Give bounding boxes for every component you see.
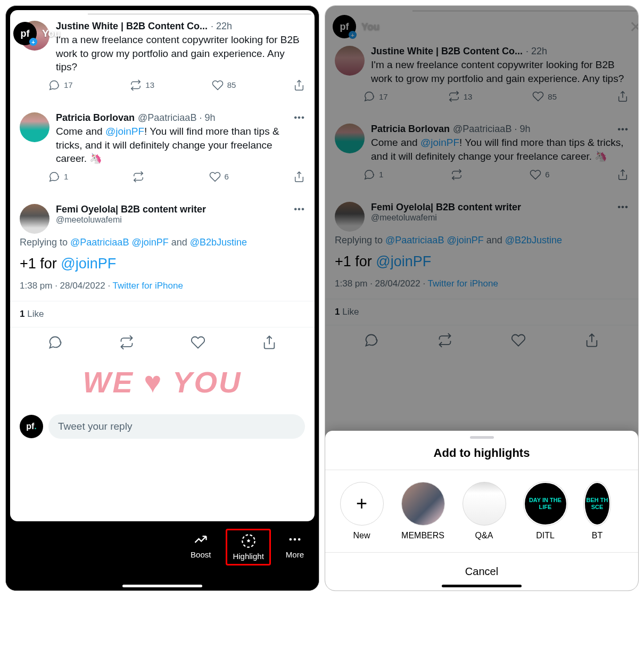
story-avatar[interactable]: pf + — [13, 22, 37, 45]
add-story-badge[interactable]: + — [29, 38, 37, 46]
retweet-icon[interactable] — [133, 171, 144, 183]
tweet-3-text: +1 for @joinPF — [10, 248, 315, 277]
avatar — [20, 204, 49, 234]
tweet-1-actions: 17 13 85 — [10, 74, 315, 102]
share-icon[interactable] — [293, 79, 305, 91]
home-indicator[interactable] — [442, 585, 522, 587]
svg-point-2 — [294, 538, 296, 541]
phone-left-story-view: pf + You ✕ Justine White | B2B Content C… — [5, 5, 319, 591]
like-icon[interactable] — [191, 335, 205, 352]
highlights-row[interactable]: + New MEMBERS Q&A DAY IN THE LIFE DITL B… — [325, 470, 638, 552]
sticker-text: WE ♥ YOU — [10, 362, 315, 410]
story-progress-bar — [13, 13, 311, 15]
highlight-qa[interactable]: Q&A — [461, 482, 507, 540]
more-icon[interactable]: ••• — [294, 112, 305, 123]
tweet-3-header: Femi Oyelola| B2B content writer ••• @me… — [10, 193, 315, 234]
tweet-like-count[interactable]: 1 Like — [10, 301, 315, 327]
highlight-new[interactable]: + New — [339, 482, 384, 540]
highlight-bt[interactable]: BEH TH SCE BT — [584, 482, 610, 540]
boost-button[interactable]: Boost — [185, 529, 216, 562]
like-icon[interactable]: 6 — [209, 171, 229, 183]
more-button[interactable]: More — [280, 529, 309, 562]
sheet-title: Add to highlights — [325, 446, 638, 470]
story-media[interactable]: Justine White | B2B Content Co... · 22h … — [10, 10, 315, 521]
tweet-handle: @meetoluwafemi — [56, 215, 305, 225]
highlights-sheet: Add to highlights + New MEMBERS Q&A DAY … — [325, 431, 638, 591]
like-icon[interactable]: 85 — [212, 79, 236, 91]
home-indicator[interactable] — [122, 585, 202, 587]
sheet-grabber[interactable] — [470, 436, 494, 439]
story-header: pf + You ✕ — [13, 22, 311, 45]
tweet-3-actions — [10, 327, 315, 362]
current-user-avatar[interactable]: pf. — [20, 415, 43, 438]
highlight-ditl[interactable]: DAY IN THE LIFE DITL — [523, 482, 568, 540]
tweet-author: Patricia Borlovan — [56, 112, 135, 124]
tweet-text: Come and @joinPF! You will find more tha… — [56, 125, 305, 166]
highlight-members[interactable]: MEMBERS — [400, 482, 445, 540]
phone-right-highlights-sheet: pf+ You ✕ Justine White | B2B Content Co… — [325, 5, 639, 591]
story-avatar: pf+ — [333, 15, 356, 38]
tweet-reply-input[interactable]: Tweet your reply — [48, 414, 305, 439]
svg-point-3 — [298, 538, 301, 541]
more-icon[interactable]: ••• — [294, 204, 305, 215]
plus-icon: + — [340, 482, 384, 526]
share-icon[interactable] — [262, 335, 277, 352]
tweet-author: Femi Oyelola| B2B content writer — [56, 204, 206, 215]
reply-icon[interactable]: 1 — [48, 171, 68, 183]
tweet-timestamp: 1:38 pm · 28/04/2022 · Twitter for iPhon… — [10, 277, 315, 301]
story-bottom-bar: Boost Highlight More — [6, 521, 319, 591]
retweet-icon[interactable] — [119, 335, 134, 352]
reply-icon[interactable]: 17 — [48, 79, 73, 91]
close-icon: ✕ — [626, 18, 638, 36]
tweet-reply-row: pf. Tweet your reply — [10, 410, 315, 448]
share-icon[interactable] — [293, 171, 305, 183]
tweet-2: Patricia Borlovan @PaatriciaaB · 9h ••• … — [10, 102, 315, 166]
avatar — [20, 112, 49, 142]
reply-icon[interactable] — [48, 335, 63, 352]
story-account-label[interactable]: You — [42, 28, 60, 39]
tweet-2-actions: 1 6 — [10, 166, 315, 193]
close-icon[interactable]: ✕ — [292, 24, 311, 43]
svg-point-1 — [289, 538, 292, 541]
highlight-button[interactable]: Highlight — [226, 529, 270, 565]
retweet-icon[interactable]: 13 — [130, 79, 154, 91]
replying-to: Replying to @PaatriciaaB @joinPF and @B2… — [10, 237, 315, 248]
